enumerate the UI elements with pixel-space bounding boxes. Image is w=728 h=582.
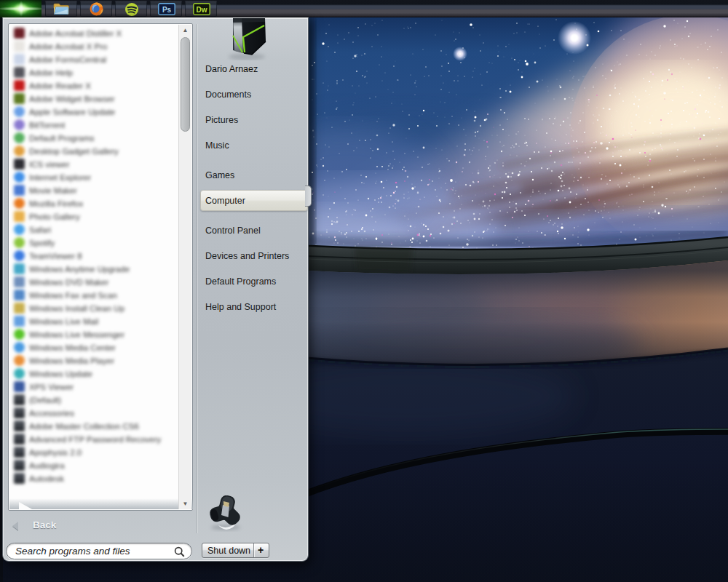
svg-text:Ps: Ps <box>162 6 172 14</box>
svg-text:Dw: Dw <box>197 6 207 14</box>
